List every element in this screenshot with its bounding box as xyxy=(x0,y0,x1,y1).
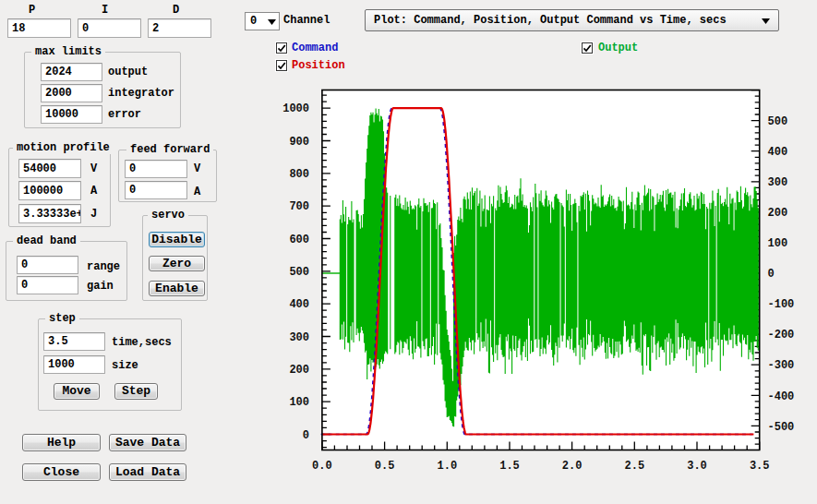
svg-text:-400: -400 xyxy=(768,390,795,403)
svg-text:800: 800 xyxy=(289,168,309,181)
svg-text:400: 400 xyxy=(289,298,309,311)
svg-text:200: 200 xyxy=(768,207,788,220)
svg-text:0: 0 xyxy=(303,429,309,442)
svg-text:1.5: 1.5 xyxy=(499,460,520,473)
svg-text:3.5: 3.5 xyxy=(750,460,770,473)
svg-text:0.0: 0.0 xyxy=(312,460,332,473)
svg-text:-200: -200 xyxy=(768,329,795,342)
svg-text:3.0: 3.0 xyxy=(687,460,707,473)
svg-text:100: 100 xyxy=(289,396,309,409)
svg-text:500: 500 xyxy=(289,266,309,279)
svg-text:1000: 1000 xyxy=(282,102,309,115)
svg-text:-300: -300 xyxy=(768,359,795,372)
svg-text:2.5: 2.5 xyxy=(624,460,644,473)
svg-text:500: 500 xyxy=(768,115,788,128)
svg-text:-100: -100 xyxy=(768,298,795,311)
svg-text:200: 200 xyxy=(289,364,309,377)
svg-text:0: 0 xyxy=(768,268,775,281)
svg-text:700: 700 xyxy=(289,200,309,213)
svg-text:300: 300 xyxy=(289,331,309,344)
svg-text:300: 300 xyxy=(768,176,788,189)
svg-text:-500: -500 xyxy=(768,421,795,434)
svg-text:100: 100 xyxy=(768,237,788,250)
svg-text:1.0: 1.0 xyxy=(437,460,457,473)
svg-text:0.5: 0.5 xyxy=(375,460,395,473)
svg-text:2.0: 2.0 xyxy=(562,460,583,473)
svg-text:400: 400 xyxy=(768,146,788,159)
svg-text:600: 600 xyxy=(289,234,309,246)
svg-text:900: 900 xyxy=(289,136,309,149)
